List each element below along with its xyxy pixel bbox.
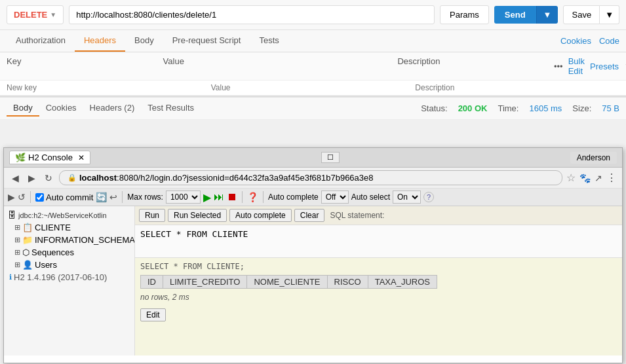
expand-schema-icon: ⊞ — [14, 236, 20, 244]
max-rows-select[interactable]: 1000 — [166, 191, 201, 204]
sidebar-item-users[interactable]: ⊞ 👤 Users — [4, 259, 134, 271]
clear-button[interactable]: Clear — [294, 209, 325, 222]
result-table: ID LIMITE_CREDITO NOME_CLIENTE RISCO TAX… — [140, 275, 437, 289]
size-value: 75 B — [602, 103, 619, 113]
h2-title-tab: 🌿 H2 Console ✕ — [9, 151, 90, 164]
postman-app: DELETE ▼ Params Send ▼ Save ▼ Authorizat… — [0, 0, 626, 97]
leaf-icon: 🌿 — [15, 153, 26, 162]
sidebar-item-version: ℹ H2 1.4.196 (2017-06-10) — [4, 271, 134, 283]
h2-navbar: ◀ ▶ ↻ 🔒 localhost:8080/h2/login.do?jsess… — [4, 168, 622, 189]
result-area: SELECT * FROM CLIENTE; ID LIMITE_CREDITO… — [135, 258, 622, 355]
bookmark-star-button[interactable]: ☆ — [566, 172, 576, 184]
h2-console-title: H2 Console — [28, 153, 73, 162]
resp-tab-body[interactable]: Body — [7, 100, 39, 117]
method-selector[interactable]: DELETE ▼ — [7, 5, 64, 24]
tab-tests[interactable]: Tests — [250, 30, 288, 52]
sidebar-item-sequences[interactable]: ⊞ ⬡ Sequences — [4, 246, 134, 259]
presets-link[interactable]: Presets — [590, 62, 619, 71]
sql-textarea[interactable]: SELECT * FROM CLIENTE — [135, 225, 622, 258]
new-value-input[interactable] — [211, 83, 416, 92]
autocomplete-label: Auto complete — [268, 192, 319, 202]
col-risco: RISCO — [327, 276, 368, 289]
h2-toolbar: ▶ ↺ Auto commit 🔄 ↩ Max rows: 1000 ▶ ⏭ ⏹… — [4, 189, 622, 206]
request-tabs: Authorization Headers Body Pre-request S… — [0, 30, 626, 52]
params-button[interactable]: Params — [440, 5, 489, 24]
run-selected-button[interactable]: Run Selected — [168, 209, 227, 222]
save-arrow-button[interactable]: ▼ — [600, 5, 619, 24]
method-chevron-icon: ▼ — [50, 11, 56, 18]
address-text: localhost:8080/h2/login.do?jsessionid=d6… — [79, 173, 374, 183]
table-icon: 📋 — [22, 223, 33, 232]
status-label: Status: — [421, 103, 447, 113]
more-menu-button[interactable]: ⋮ — [606, 172, 617, 184]
rollback-icon[interactable]: ↩ — [109, 192, 117, 202]
sidebar-item-information-schema[interactable]: ⊞ 📁 INFORMATION_SCHEMA — [4, 234, 134, 246]
auto-commit-label: Auto commit — [46, 192, 93, 202]
description-column-header: Description — [397, 56, 554, 76]
expand-seq-icon: ⊞ — [14, 248, 20, 257]
play-all-button[interactable]: ⏭ — [214, 191, 224, 203]
users-icon: 👤 — [22, 260, 33, 270]
new-key-input[interactable] — [7, 83, 211, 92]
result-table-wrap: ID LIMITE_CREDITO NOME_CLIENTE RISCO TAX… — [140, 275, 617, 289]
autocomplete-select[interactable]: Off — [321, 191, 349, 204]
reload-button[interactable]: ↻ — [42, 172, 55, 185]
new-description-input[interactable] — [415, 83, 619, 92]
sidebar-item-cliente[interactable]: ⊞ 📋 CLIENTE — [4, 221, 134, 234]
edit-button[interactable]: Edit — [140, 308, 166, 321]
status-value: 200 OK — [458, 103, 488, 113]
key-column-header: Key — [7, 56, 163, 76]
max-rows-label: Max rows: — [127, 192, 163, 202]
extension2-button[interactable]: ↗ — [595, 173, 602, 183]
send-button[interactable]: Send — [494, 6, 536, 24]
action-bar: Run Run Selected Auto complete Clear SQL… — [135, 206, 622, 225]
sidebar-connection[interactable]: 🗄 jdbc:h2:~/WebServiceKotlin — [4, 209, 134, 221]
tab-authorization[interactable]: Authorization — [7, 30, 75, 52]
h2-content: Run Run Selected Auto complete Clear SQL… — [135, 206, 622, 355]
code-link[interactable]: Code — [599, 36, 619, 46]
bulk-edit-link[interactable]: Bulk Edit — [568, 56, 585, 76]
sidebar-item-label-users: Users — [35, 260, 57, 270]
sidebar-item-label-schema: INFORMATION_SCHEMA — [35, 235, 135, 245]
forward-button[interactable]: ▶ — [26, 172, 38, 185]
tab-headers[interactable]: Headers — [75, 30, 125, 52]
resp-tab-test-results[interactable]: Test Results — [141, 100, 201, 117]
auto-complete-button[interactable]: Auto complete — [229, 209, 292, 222]
run-icon[interactable]: ▶ — [8, 192, 15, 202]
question-help-button[interactable]: ? — [423, 192, 434, 202]
commit-icon[interactable]: 🔄 — [96, 192, 107, 202]
help-icon[interactable]: ❓ — [247, 192, 258, 202]
h2-main: 🗄 jdbc:h2:~/WebServiceKotlin ⊞ 📋 CLIENTE… — [4, 206, 622, 355]
col-nome: NOME_CLIENTE — [247, 276, 327, 289]
no-rows-text: no rows, 2 ms — [140, 293, 617, 302]
autoselect-select[interactable]: On — [393, 191, 421, 204]
tab-pre-request-script[interactable]: Pre-request Script — [163, 30, 250, 52]
h2-titlebar: 🌿 H2 Console ✕ ☐ Anderson — [4, 148, 622, 168]
back-button[interactable]: ◀ — [9, 172, 22, 185]
play-button[interactable]: ▶ — [203, 191, 211, 204]
stop-button[interactable]: ⏹ — [227, 191, 237, 203]
resp-tab-headers[interactable]: Headers (2) — [83, 100, 142, 117]
col-id: ID — [141, 276, 163, 289]
extension-button[interactable]: 🐾 — [579, 173, 591, 183]
resp-tab-cookies[interactable]: Cookies — [39, 100, 83, 117]
h2-console-popup: 🌿 H2 Console ✕ ☐ Anderson ◀ ▶ ↻ 🔒 localh… — [3, 147, 623, 363]
run-button[interactable]: Run — [139, 209, 165, 222]
folder-icon: 📁 — [22, 235, 33, 245]
h2-tab-close-icon[interactable]: ✕ — [78, 153, 85, 162]
result-query: SELECT * FROM CLIENTE; — [140, 262, 617, 271]
col-limite: LIMITE_CREDITO — [163, 276, 247, 289]
send-arrow-button[interactable]: ▼ — [536, 6, 558, 24]
tab-body[interactable]: Body — [125, 30, 163, 52]
save-button[interactable]: Save — [563, 5, 600, 24]
refresh-icon[interactable]: ↺ — [18, 192, 26, 202]
size-label: Size: — [572, 103, 591, 113]
time-value: 1605 ms — [529, 103, 562, 113]
h2-restore-button[interactable]: ☐ — [321, 152, 340, 163]
request-bar: DELETE ▼ Params Send ▼ Save ▼ — [0, 0, 626, 30]
url-input[interactable] — [69, 5, 435, 24]
auto-commit-checkbox[interactable]: Auto commit — [35, 192, 93, 202]
expand-users-icon: ⊞ — [14, 261, 20, 269]
lock-icon: 🔒 — [68, 173, 77, 182]
cookies-link[interactable]: Cookies — [560, 36, 591, 46]
